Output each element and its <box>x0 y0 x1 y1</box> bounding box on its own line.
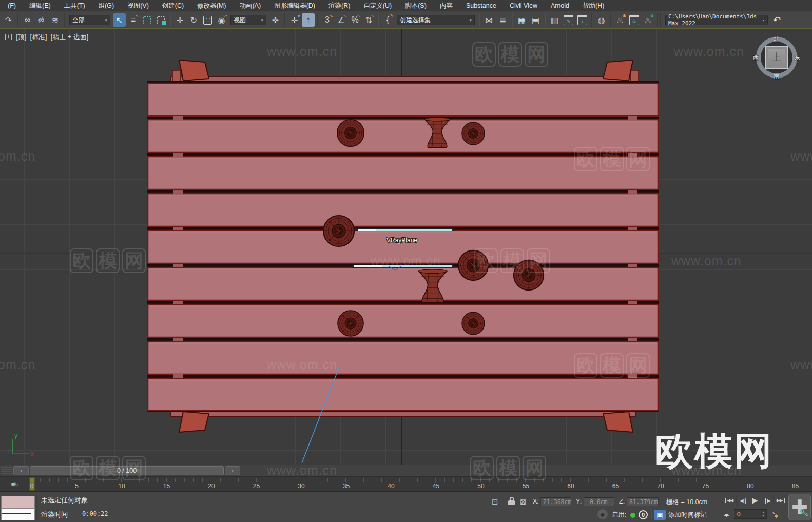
material-editor-button[interactable]: ◍ <box>595 13 608 27</box>
menu-item[interactable]: 视图(V) <box>121 0 156 11</box>
menu-item[interactable]: 渲染(R) <box>322 0 357 11</box>
plank[interactable] <box>148 157 658 189</box>
bowl[interactable] <box>338 311 363 336</box>
angle-snap-toggle[interactable]: ∠∿ <box>335 13 347 27</box>
menu-item[interactable]: 编辑(E) <box>23 0 57 11</box>
rendered-frame-window-button[interactable]: ♨ <box>628 13 641 27</box>
select-and-move-button[interactable]: ✛ <box>173 13 186 27</box>
isolate-selection-toggle[interactable]: ⊡ <box>492 497 498 507</box>
viewcube[interactable]: 上 北 南 西 东 <box>756 37 797 78</box>
select-by-name-button[interactable]: ≡↖ <box>127 13 140 27</box>
bowl[interactable] <box>323 216 354 246</box>
frame-spinner[interactable]: ▲▼ <box>761 510 766 518</box>
viewcube-west[interactable]: 西 <box>753 54 759 62</box>
menu-item[interactable]: 修改器(M) <box>190 0 233 11</box>
edit-named-selection-sets-button[interactable]: {✎ <box>381 13 394 27</box>
select-and-manipulate-button[interactable]: ✛● <box>288 13 301 27</box>
toggle-scene-explorer-button[interactable]: ▦ <box>515 13 528 27</box>
plank[interactable] <box>148 194 658 226</box>
menu-item[interactable]: Arnold <box>544 0 576 11</box>
go-to-end-button[interactable]: ▶▶❙ <box>774 495 788 506</box>
y-coordinate-field[interactable]: -0.0cm <box>584 497 614 506</box>
next-frame-slider-button[interactable]: › <box>225 466 240 475</box>
play-button[interactable]: ▶ <box>749 495 761 506</box>
viewcube-north[interactable]: 北 <box>774 35 780 43</box>
x-coordinate-field[interactable]: 21.368cm <box>540 497 571 506</box>
track-bar[interactable]: ≡ ∿ 0510152025303540455055606570758085 <box>0 476 812 492</box>
rectangular-selection-region-button[interactable] <box>141 13 153 27</box>
plank[interactable] <box>148 230 658 263</box>
spinner-up-icon[interactable]: ▲ <box>762 511 765 514</box>
menu-item[interactable]: 内容 <box>433 0 459 11</box>
add-time-tag-label[interactable]: 添加时间标记 <box>668 511 707 519</box>
viewport-top[interactable]: [+] [顶] [标准] [粘土 + 边面] <box>0 29 812 465</box>
time-tag-cube-button[interactable]: ▣ <box>654 510 666 520</box>
select-and-scale-button[interactable] <box>201 13 214 27</box>
time-slider-thumb[interactable]: 0 / 100 <box>30 466 224 475</box>
macro-recorder-field[interactable] <box>1 496 35 508</box>
viewcube-east[interactable]: 东 <box>795 54 800 62</box>
bowl[interactable] <box>337 120 364 146</box>
dope-sheet-button[interactable]: ↓ <box>576 13 589 27</box>
toggle-layer-explorer-button[interactable]: ▤ <box>529 13 542 27</box>
menu-item[interactable]: 动画(A) <box>233 0 267 11</box>
viewport-menu-pov[interactable]: [顶] <box>16 33 26 42</box>
bind-to-space-warp-icon[interactable]: ≋ <box>49 13 62 27</box>
zero-counter-badge[interactable]: 0 <box>639 510 648 519</box>
plank[interactable] <box>148 267 658 300</box>
reference-coordinate-dropdown[interactable]: 视图▾ <box>230 15 266 25</box>
align-button[interactable]: ≣ <box>496 13 509 27</box>
toggle-ribbon-button[interactable]: ▥ <box>548 13 561 27</box>
spinner-down-icon[interactable]: ▼ <box>762 514 765 518</box>
table-top[interactable] <box>147 81 659 412</box>
curve-editor-button[interactable]: ∿ <box>562 13 575 27</box>
bowl[interactable] <box>514 260 544 290</box>
enable-status-dot[interactable] <box>630 513 635 518</box>
open-mini-curve-editor-button[interactable]: ≡ ∿ <box>8 479 22 489</box>
previous-frame-slider-button[interactable]: ‹ <box>13 466 29 475</box>
menu-item[interactable]: 创建(C) <box>156 0 190 11</box>
snap-toggle-3d-button[interactable]: 3∿ <box>321 13 334 27</box>
viewcube-top-face[interactable]: 上 <box>765 46 788 69</box>
select-and-place-button[interactable]: ◉↗ <box>215 13 228 27</box>
unlink-selection-icon[interactable]: ∞∕ <box>35 13 48 27</box>
time-configuration-button[interactable]: ◔✱ <box>771 509 776 518</box>
key-mode-toggle[interactable]: ◀▶ <box>721 510 732 520</box>
render-setup-button[interactable]: ♨✱ <box>614 13 627 27</box>
splitter-grip[interactable] <box>1 467 12 475</box>
plank[interactable] <box>148 378 658 411</box>
menu-item[interactable]: 组(G) <box>92 0 121 11</box>
absolute-offset-toggle[interactable]: ⊠ <box>520 497 527 507</box>
menu-item[interactable]: (F) <box>1 0 23 11</box>
menu-item[interactable]: 脚本(S) <box>398 0 433 11</box>
menu-item[interactable]: Substance <box>459 0 503 11</box>
bowl[interactable] <box>458 250 488 280</box>
menu-item[interactable]: 工具(T) <box>57 0 92 11</box>
menu-item[interactable]: 自定义(U) <box>357 0 398 11</box>
window-crossing-toggle[interactable] <box>154 13 167 27</box>
selection-lock-toggle[interactable] <box>508 497 515 506</box>
project-folder-dropdown[interactable]: C:\Users\Han\Documents\3ds Max 2022▾ <box>665 15 768 25</box>
go-to-start-button[interactable]: ❙◀◀ <box>721 495 736 506</box>
z-coordinate-field[interactable]: 81.379cm <box>627 497 659 506</box>
select-and-link-icon[interactable]: ∞ <box>21 13 34 27</box>
clipped-toolbar-icon[interactable]: ↶ <box>770 13 783 27</box>
use-pivot-center-button[interactable]: ✜ <box>269 13 282 27</box>
mirror-button[interactable]: ⋈ <box>482 13 495 27</box>
spinner-snap-toggle[interactable]: ⇅∿ <box>362 13 375 27</box>
next-frame-button[interactable]: ❙▶ <box>761 495 772 506</box>
maxscript-mini-listener[interactable] <box>1 508 35 520</box>
keyboard-shortcut-override-toggle[interactable]: ↑ <box>302 13 315 27</box>
bowl[interactable] <box>462 122 485 145</box>
plank[interactable] <box>148 120 658 152</box>
viewcube-south[interactable]: 南 <box>774 73 780 81</box>
viewport-menu-general[interactable]: [+] <box>5 33 12 42</box>
plank[interactable] <box>148 304 658 337</box>
vrayplane-label[interactable]: VRayPlane <box>386 237 417 244</box>
plank[interactable] <box>148 341 658 374</box>
bowl[interactable] <box>462 312 485 335</box>
redo-icon[interactable]: ↷ <box>2 13 15 27</box>
previous-frame-button[interactable]: ◀❙ <box>738 495 749 506</box>
viewport-menu-shading[interactable]: [粘土 + 边面] <box>51 33 89 42</box>
selection-filter-dropdown[interactable]: 全部▾ <box>69 15 110 25</box>
